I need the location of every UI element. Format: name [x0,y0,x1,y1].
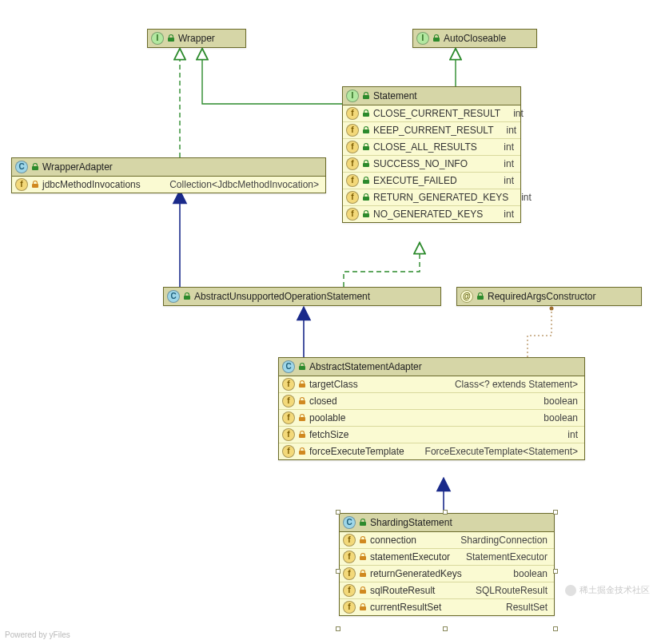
node-title: AbstractStatementAdapter [309,361,422,372]
lock-icon [362,193,370,201]
field-type: int [558,429,578,440]
field-name: CLOSE_CURRENT_RESULT [373,108,500,119]
diagram-canvas: I Wrapper I AutoCloseable C WrapperAdapt… [0,0,653,644]
field-icon: f [343,584,356,597]
node-abstract-unsupported[interactable]: C AbstractUnsupportedOperationStatement [163,287,441,306]
interface-icon: I [416,32,429,45]
lock-icon [167,34,175,42]
lock-icon [362,210,370,218]
field-name: connection [370,535,416,546]
lock-icon [298,363,306,371]
field-row: f jdbcMethodInvocations Collection<JdbcM… [12,177,325,193]
lock-icon [359,519,367,527]
field-name: currentResultSet [370,602,441,613]
field-icon: f [343,601,356,614]
field-type: ShardingConnection [451,535,547,546]
lock-icon [362,109,370,117]
field-name: statementExecutor [370,551,450,563]
node-required-args[interactable]: @ RequiredArgsConstructor [456,287,642,306]
field-name: jdbcMethodInvocations [42,179,141,190]
lock-icon [31,163,39,171]
node-statement[interactable]: I Statement fCLOSE_CURRENT_RESULTintfKEE… [342,86,521,223]
field-name: forceExecuteTemplate [309,446,404,457]
field-row: fpoolableboolean [279,409,584,426]
field-name: RETURN_GENERATED_KEYS [373,192,508,203]
resize-handle[interactable] [553,626,558,631]
lock-icon [362,143,370,151]
node-header: I AutoCloseable [413,30,536,47]
node-sharding-statement[interactable]: C ShardingStatement fconnectionShardingC… [339,513,555,616]
field-icon: f [282,395,295,407]
field-row: fRETURN_GENERATED_KEYSint [343,189,520,205]
field-row: ffetchSizeint [279,426,584,443]
interface-icon: I [346,89,359,102]
field-icon: f [346,141,359,153]
resize-handle[interactable] [443,510,448,515]
node-header: C WrapperAdapter [12,158,325,177]
lock-icon [183,292,191,300]
field-name: CLOSE_ALL_RESULTS [373,141,477,153]
class-icon: C [167,290,180,303]
lock-icon [298,431,306,439]
field-type: Collection<JdbcMethodInvocation> [160,179,319,190]
field-name: SUCCESS_NO_INFO [373,158,468,169]
field-icon: f [282,428,295,441]
field-type: Class<? extends Statement> [445,379,578,390]
node-autocloseable[interactable]: I AutoCloseable [412,29,537,48]
node-rows: fCLOSE_CURRENT_RESULTintfKEEP_CURRENT_RE… [343,105,520,222]
node-header: I Wrapper [148,30,245,47]
field-icon: f [343,551,356,563]
field-icon: f [282,445,295,458]
field-row: fconnectionShardingConnection [340,532,554,548]
field-icon: f [346,191,359,204]
node-rows: f jdbcMethodInvocations Collection<JdbcM… [12,177,325,193]
node-title: WrapperAdapter [42,161,113,173]
node-rows: ftargetClassClass<? extends Statement>fc… [279,376,584,459]
node-title: Wrapper [178,33,215,44]
node-header: I Statement [343,87,520,105]
resize-handle[interactable] [553,569,558,574]
field-icon: f [346,174,359,187]
field-row: fclosedboolean [279,392,584,409]
annotation-icon: @ [460,290,473,303]
lock-icon [359,603,367,611]
node-rows: fconnectionShardingConnectionfstatementE… [340,532,554,615]
field-type: int [504,108,524,119]
node-wrapper-adapter[interactable]: C WrapperAdapter f jdbcMethodInvocations… [11,157,326,193]
field-type: boolean [504,568,547,579]
lock-icon [31,181,39,189]
lock-icon [298,380,306,388]
field-type: SQLRouteResult [466,585,547,596]
field-icon: f [282,411,295,424]
field-row: fKEEP_CURRENT_RESULTint [343,121,520,138]
node-header: C ShardingStatement [340,514,554,532]
resize-handle[interactable] [336,626,340,631]
field-icon: f [343,567,356,580]
lock-icon [359,570,367,578]
field-row: fforceExecuteTemplateForceExecuteTemplat… [279,443,584,459]
field-row: fstatementExecutorStatementExecutor [340,548,554,565]
lock-icon [298,447,306,455]
resize-handle[interactable] [443,626,448,631]
lock-icon [362,126,370,134]
field-name: closed [309,396,337,407]
lock-icon [476,292,484,300]
field-row: ftargetClassClass<? extends Statement> [279,376,584,392]
node-header: @ RequiredArgsConstructor [457,288,641,305]
resize-handle[interactable] [336,569,340,574]
lock-icon [362,177,370,185]
resize-handle[interactable] [336,510,340,515]
field-type: int [512,192,532,203]
field-type: int [494,158,514,169]
field-icon: f [346,124,359,137]
field-icon: f [15,178,28,191]
field-row: freturnGeneratedKeysboolean [340,565,554,582]
node-abstract-statement-adapter[interactable]: C AbstractStatementAdapter ftargetClassC… [278,357,585,460]
node-wrapper[interactable]: I Wrapper [147,29,246,48]
lock-icon [298,414,306,422]
edges-layer [0,0,653,644]
field-type: boolean [534,412,578,423]
field-type: ResultSet [496,602,547,613]
resize-handle[interactable] [553,510,558,515]
field-row: fSUCCESS_NO_INFOint [343,155,520,172]
